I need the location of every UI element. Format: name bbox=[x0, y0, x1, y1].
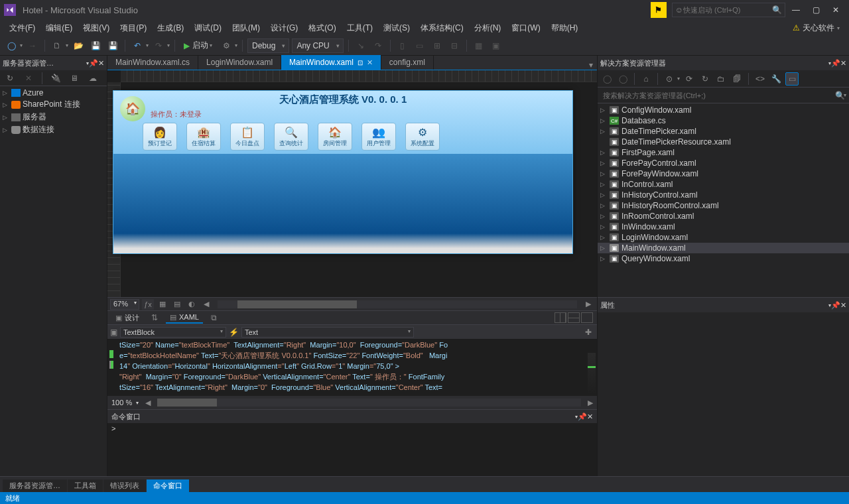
close-panel-icon[interactable]: ✕ bbox=[98, 59, 104, 68]
menu-item[interactable]: 设计(G) bbox=[265, 21, 303, 35]
menu-item[interactable]: 测试(S) bbox=[378, 21, 415, 35]
server-explorer-header[interactable]: 服务器资源管… ▾ 📌 ✕ bbox=[0, 56, 107, 70]
menu-item[interactable]: 格式(O) bbox=[303, 21, 341, 35]
solution-item[interactable]: ▣DateTimePickerResource.xaml bbox=[598, 137, 849, 147]
quick-launch-input[interactable] bbox=[683, 6, 769, 14]
nav-back-icon[interactable]: ◯ bbox=[4, 38, 19, 53]
solution-item[interactable]: ▷▣DateTimePicker.xaml bbox=[598, 126, 849, 137]
zoom-combo[interactable]: 67% bbox=[110, 299, 139, 310]
solution-item[interactable]: ▷▣ConfigWindow.xaml bbox=[598, 105, 849, 115]
toolbar-button[interactable]: 🏠房间管理 bbox=[318, 123, 352, 151]
menu-item[interactable]: 工具(T) bbox=[342, 21, 378, 35]
solution-item[interactable]: ▷▣InControl.xaml bbox=[598, 179, 849, 190]
expand-icon[interactable]: ▷ bbox=[600, 213, 607, 220]
expand-icon[interactable]: ▷ bbox=[3, 90, 9, 96]
document-tab[interactable]: MainWindow.xaml.cs bbox=[107, 55, 198, 70]
document-tab[interactable]: MainWindow.xaml⊡✕ bbox=[281, 55, 381, 70]
bottom-tab[interactable]: 命令窗口 bbox=[147, 479, 189, 492]
menu-item[interactable]: 体系结构(C) bbox=[415, 21, 469, 35]
scroll-right-icon[interactable]: ▶ bbox=[582, 299, 594, 310]
split-add-icon[interactable]: ✚ bbox=[585, 328, 594, 337]
design-tab[interactable]: ▣设计 bbox=[111, 312, 143, 324]
menu-item[interactable]: 分析(N) bbox=[469, 21, 507, 35]
bottom-tab[interactable]: 错误列表 bbox=[103, 479, 146, 492]
design-surface-window[interactable]: 🏠 天心酒店管理系统 V0. 0. 0. 1 操作员：未登录 👩预订登记🏨住宿结… bbox=[113, 90, 573, 254]
refresh-icon[interactable]: ↻ bbox=[3, 71, 17, 86]
property-combo[interactable]: Text bbox=[241, 327, 414, 338]
connect-db-icon[interactable]: 🔌 bbox=[48, 71, 63, 86]
expand-icon[interactable]: ▷ bbox=[600, 234, 607, 241]
menu-item[interactable]: 视图(V) bbox=[78, 21, 115, 35]
solution-item[interactable]: ▷▣MainWindow.xaml bbox=[598, 243, 849, 253]
undo-icon[interactable]: ↶ bbox=[130, 38, 145, 53]
menu-item[interactable]: 调试(D) bbox=[189, 21, 227, 35]
tree-item[interactable]: ▷Azure bbox=[0, 88, 107, 98]
notification-icon[interactable]: ⚑ bbox=[651, 2, 667, 18]
expand-icon[interactable]: ▷ bbox=[600, 170, 607, 177]
grid-icon[interactable]: ▦ bbox=[157, 299, 168, 310]
document-tab[interactable]: config.xml bbox=[381, 55, 434, 70]
platform-combo[interactable]: Any CPU bbox=[292, 38, 343, 53]
solution-item[interactable]: ▷▣InRoomControl.xaml bbox=[598, 211, 849, 221]
close-panel-icon[interactable]: ✕ bbox=[840, 301, 846, 310]
pin-icon[interactable]: 📌 bbox=[578, 412, 587, 421]
preview-icon[interactable]: 🗐 bbox=[730, 72, 744, 86]
snap-icon[interactable]: ▤ bbox=[171, 299, 183, 310]
popout-icon[interactable]: ⧉ bbox=[208, 312, 220, 323]
expand-icon[interactable]: ▷ bbox=[600, 181, 607, 188]
save-all-icon[interactable]: 💾 bbox=[105, 38, 120, 53]
expand-icon[interactable]: ▷ bbox=[3, 101, 9, 108]
close-button[interactable]: ✕ bbox=[826, 3, 845, 17]
connect-server-icon[interactable]: 🖥 bbox=[67, 71, 82, 86]
solution-item[interactable]: ▷▣QueryWindow.xaml bbox=[598, 253, 849, 264]
toggle-icon[interactable]: ◐ bbox=[186, 299, 198, 310]
xaml-designer[interactable]: 🏠 天心酒店管理系统 V0. 0. 0. 1 操作员：未登录 👩预订登记🏨住宿结… bbox=[107, 70, 597, 297]
show-all-icon[interactable]: 🗀 bbox=[714, 72, 728, 86]
debug-target-icon[interactable]: ⚙ bbox=[219, 38, 233, 53]
menu-item[interactable]: 生成(B) bbox=[152, 21, 189, 35]
toolbar-button[interactable]: 👩预订登记 bbox=[143, 123, 177, 151]
maximize-button[interactable]: ▢ bbox=[807, 3, 825, 17]
solution-item[interactable]: ▷▣ForePayControl.xaml bbox=[598, 158, 849, 168]
split-horizontal-icon[interactable] bbox=[568, 312, 580, 323]
designer-hscroll[interactable] bbox=[218, 300, 577, 308]
xaml-tab[interactable]: ▤XAML bbox=[166, 312, 203, 324]
expand-icon[interactable]: ▷ bbox=[600, 117, 607, 124]
tree-item[interactable]: ▷服务器 bbox=[0, 111, 107, 123]
expand-icon[interactable]: ▷ bbox=[600, 149, 607, 156]
bottom-tab[interactable]: 工具箱 bbox=[68, 479, 103, 492]
split-vertical-icon[interactable] bbox=[555, 312, 566, 323]
xaml-code-editor[interactable]: tSize="20" Name="textBlockTime" TextAlig… bbox=[107, 340, 597, 396]
solution-item[interactable]: ▷▣LoginWindow.xaml bbox=[598, 232, 849, 243]
expand-icon[interactable]: ▷ bbox=[600, 107, 607, 113]
menu-item[interactable]: 团队(M) bbox=[227, 21, 265, 35]
expand-icon[interactable]: ▷ bbox=[600, 192, 607, 198]
menu-item[interactable]: 帮助(H) bbox=[546, 21, 584, 35]
expand-icon[interactable]: ▷ bbox=[3, 114, 9, 121]
expand-icon[interactable]: ▷ bbox=[600, 255, 607, 262]
element-combo[interactable]: TextBlock bbox=[120, 327, 226, 338]
collapse-pane-icon[interactable] bbox=[581, 312, 593, 323]
scroll-left-code-icon[interactable]: ◀ bbox=[145, 399, 151, 407]
solution-item[interactable]: ▷▣ForePayWindow.xaml bbox=[598, 168, 849, 179]
command-window-body[interactable]: > bbox=[107, 423, 597, 476]
expand-icon[interactable]: ▷ bbox=[600, 245, 607, 251]
refresh-icon[interactable]: ↻ bbox=[698, 72, 712, 86]
toolbar-button[interactable]: 👥用户管理 bbox=[361, 123, 396, 151]
minimap[interactable] bbox=[588, 353, 596, 395]
pin-icon[interactable]: 📌 bbox=[89, 59, 98, 68]
expand-icon[interactable]: ▷ bbox=[600, 128, 607, 135]
toolbar-button[interactable]: 📋今日盘点 bbox=[230, 123, 265, 151]
quick-launch[interactable]: ☺ 🔍 bbox=[672, 3, 785, 17]
new-project-icon[interactable]: 🗋 bbox=[50, 38, 64, 53]
config-combo[interactable]: Debug bbox=[247, 38, 289, 53]
menu-item[interactable]: 项目(P) bbox=[115, 21, 152, 35]
scroll-right-code-icon[interactable]: ▶ bbox=[588, 399, 593, 407]
pin-icon[interactable]: 📌 bbox=[831, 301, 840, 310]
code-icon[interactable]: <> bbox=[753, 72, 767, 86]
close-panel-icon[interactable]: ✕ bbox=[840, 59, 846, 68]
solution-search-input[interactable] bbox=[600, 92, 835, 99]
solution-item[interactable]: ▷▣InWindow.xaml bbox=[598, 221, 849, 232]
solution-explorer-header[interactable]: 解决方案资源管理器 ▾ 📌 ✕ bbox=[598, 56, 849, 70]
solution-item[interactable]: ▷▣InHistoryControl.xaml bbox=[598, 190, 849, 200]
